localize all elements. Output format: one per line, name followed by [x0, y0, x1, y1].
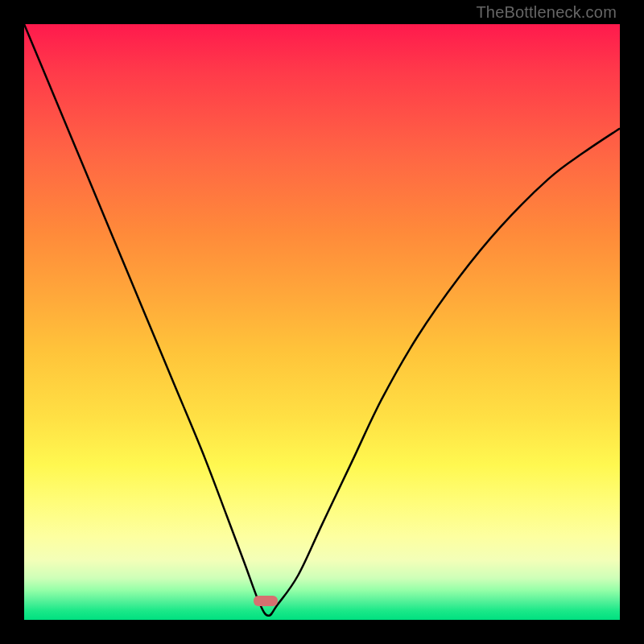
plot-area [24, 24, 620, 620]
curve-path [24, 24, 620, 616]
watermark-text: TheBottleneck.com [476, 3, 617, 22]
optimum-marker [254, 596, 278, 606]
bottleneck-curve [24, 24, 620, 620]
